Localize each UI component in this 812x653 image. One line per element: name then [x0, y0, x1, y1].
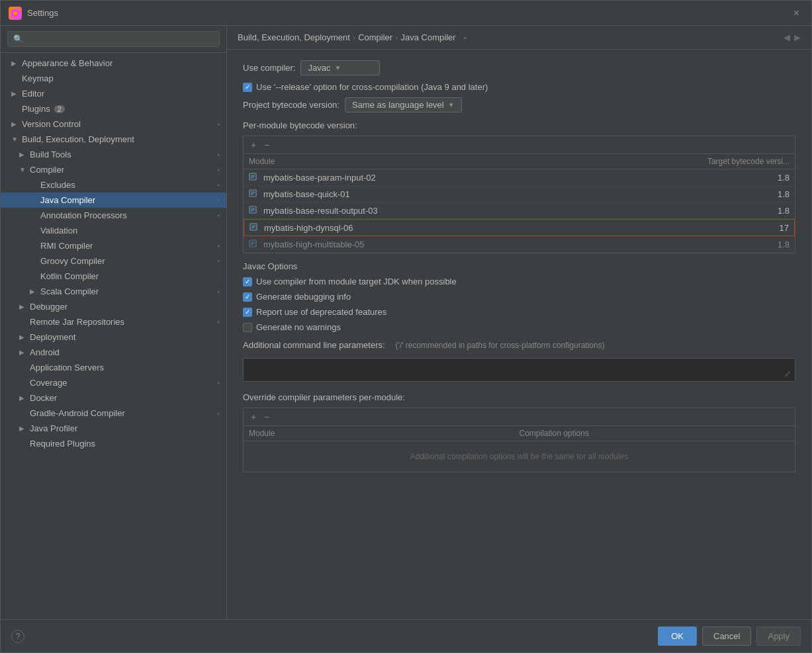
sidebar-item-groovy[interactable]: Groovy Compiler ▪: [1, 253, 226, 269]
javac-option-row-4: Generate no warnings: [243, 322, 795, 332]
expand-arrow: ▼: [19, 166, 27, 173]
sidebar-item-compiler[interactable]: ▼ Compiler ▪: [1, 162, 226, 177]
module-col-header: Module: [249, 157, 670, 166]
sidebar-item-appearance[interactable]: ▶ Appearance & Behavior: [1, 56, 226, 71]
expand-arrow: ▶: [30, 288, 38, 295]
sidebar-item-build-tools[interactable]: ▶ Build Tools ▪: [1, 147, 226, 162]
pin-icon: ▪: [217, 151, 220, 158]
bytecode-version-dropdown[interactable]: Same as language level ▼: [345, 97, 462, 112]
dialog-title: Settings: [27, 8, 789, 18]
version-col-header: Target bytecode versi...: [670, 157, 789, 166]
no-warnings-checkbox[interactable]: [243, 323, 252, 332]
sidebar-item-annotation[interactable]: Annotation Processors ▪: [1, 208, 226, 223]
module-jdk-checkbox[interactable]: ✓: [243, 277, 252, 286]
sidebar-item-gradle-android[interactable]: Gradle-Android Compiler ▪: [1, 406, 226, 421]
module-table-container: mybatis-base-param-input-02 1.8: [244, 169, 795, 253]
chevron-down-icon: ▼: [334, 64, 341, 71]
sidebar-item-editor[interactable]: ▶ Editor: [1, 86, 226, 101]
sidebar-item-android[interactable]: ▶ Android: [1, 345, 226, 360]
params-label-row: Additional command line parameters: ('/'…: [243, 340, 795, 354]
bytecode-version-label: Project bytecode version:: [243, 100, 339, 110]
sidebar-item-coverage[interactable]: Coverage ▪: [1, 375, 226, 390]
sidebar-item-label: Compiler: [30, 165, 64, 175]
module-name: mybatis-base-param-input-02: [263, 173, 670, 183]
bottom-bar: ? OK Cancel Apply: [1, 619, 811, 652]
sidebar-item-label: Appearance & Behavior: [22, 58, 113, 68]
sidebar-item-kotlin[interactable]: Kotlin Compiler: [1, 269, 226, 284]
sidebar-item-java-profiler[interactable]: ▶ Java Profiler: [1, 421, 226, 436]
forward-arrow[interactable]: ▶: [794, 32, 801, 42]
sidebar-item-label: Validation: [40, 226, 77, 236]
sidebar-item-label: Deployment: [30, 332, 75, 342]
app-icon: [9, 7, 22, 20]
module-name: mybatis-base-quick-01: [263, 189, 670, 199]
close-button[interactable]: ×: [789, 6, 803, 21]
pin-icon: ▪: [217, 379, 220, 386]
debug-info-checkbox[interactable]: ✓: [243, 292, 252, 302]
override-options-col: Compilation options: [519, 429, 790, 438]
cancel-button[interactable]: Cancel: [702, 627, 751, 646]
pin-icon: ▪: [217, 196, 220, 204]
compiler-dropdown[interactable]: Javac ▼: [300, 60, 380, 75]
sidebar-item-label: Java Compiler: [40, 195, 95, 205]
use-compiler-row: Use compiler: Javac ▼: [243, 60, 795, 75]
table-row[interactable]: mybatis-base-param-input-02 1.8: [244, 169, 795, 186]
sidebar-item-build-execution[interactable]: ▼ Build, Execution, Deployment: [1, 132, 226, 147]
breadcrumb-part-3: Java Compiler: [401, 32, 456, 42]
sidebar-item-remote-jar[interactable]: Remote Jar Repositories ▪: [1, 314, 226, 329]
additional-params-input[interactable]: [244, 359, 780, 381]
table-row[interactable]: mybatis-high-multitable-05 1.8: [244, 236, 795, 253]
compiler-value: Javac: [308, 63, 330, 73]
no-warnings-label: Generate no warnings: [256, 322, 341, 332]
sidebar-item-debugger[interactable]: ▶ Debugger: [1, 299, 226, 314]
search-input[interactable]: [7, 31, 220, 47]
deprecated-checkbox[interactable]: ✓: [243, 308, 252, 317]
ok-button[interactable]: OK: [658, 627, 697, 646]
sidebar-item-plugins[interactable]: Plugins 2: [1, 101, 226, 116]
release-option-row: ✓ Use '--release' option for cross-compi…: [243, 82, 795, 92]
sidebar-item-java-compiler[interactable]: Java Compiler ▪: [1, 193, 226, 208]
use-compiler-label: Use compiler:: [243, 63, 295, 73]
sidebar-item-label: Scala Compiler: [40, 286, 99, 296]
sidebar-item-scala[interactable]: ▶ Scala Compiler ▪: [1, 284, 226, 299]
sidebar-item-validation[interactable]: Validation: [1, 223, 226, 238]
sidebar-item-excludes[interactable]: Excludes ▪: [1, 177, 226, 193]
expand-button[interactable]: ⤢: [780, 367, 795, 381]
sidebar-item-keymap[interactable]: Keymap: [1, 71, 226, 86]
back-arrow[interactable]: ◀: [784, 32, 790, 42]
sidebar-item-deployment[interactable]: ▶ Deployment: [1, 329, 226, 345]
sidebar-item-label: Editor: [22, 89, 44, 99]
table-row[interactable]: mybatis-base-quick-01 1.8: [244, 186, 795, 202]
module-name: mybatis-high-multitable-05: [263, 239, 670, 249]
remove-override-button[interactable]: −: [262, 411, 271, 423]
per-module-table-section: + − Module Target bytecode versi...: [243, 136, 795, 253]
add-override-button[interactable]: +: [249, 411, 258, 423]
override-toolbar: + −: [244, 408, 795, 426]
sidebar-item-label: RMI Compiler: [40, 241, 93, 251]
sidebar-item-rmi[interactable]: RMI Compiler ▪: [1, 238, 226, 253]
help-button[interactable]: ?: [11, 630, 24, 643]
add-module-button[interactable]: +: [249, 139, 258, 151]
sidebar-item-label: Annotation Processors: [40, 210, 127, 220]
module-table-header: Module Target bytecode versi...: [244, 154, 795, 169]
search-bar: [1, 26, 226, 53]
sidebar-item-docker[interactable]: ▶ Docker: [1, 390, 226, 406]
sidebar-item-app-servers[interactable]: Application Servers: [1, 360, 226, 375]
breadcrumb-pin: ▪: [464, 33, 467, 42]
table-row[interactable]: mybatis-base-result-output-03 1.8: [244, 202, 795, 219]
sidebar-item-label: Groovy Compiler: [40, 256, 105, 266]
module-icon: [249, 172, 259, 183]
breadcrumb-sep-1: ›: [353, 32, 355, 42]
pin-icon: ▪: [217, 318, 220, 326]
pin-icon: ▪: [217, 410, 220, 417]
sidebar-item-required-plugins[interactable]: Required Plugins: [1, 436, 226, 451]
remove-module-button[interactable]: −: [262, 139, 271, 151]
table-row-highlighted[interactable]: mybatis-high-dynsql-06 17: [244, 219, 795, 236]
pin-icon: ▪: [217, 257, 220, 265]
sidebar-item-version-control[interactable]: ▶ Version Control ▪: [1, 116, 226, 132]
sidebar-item-label: Required Plugins: [30, 439, 95, 449]
apply-button[interactable]: Apply: [756, 627, 801, 646]
expand-arrow: ▶: [11, 120, 19, 128]
bytecode-version-value: Same as language level: [352, 100, 444, 110]
release-option-checkbox[interactable]: ✓: [243, 83, 252, 92]
